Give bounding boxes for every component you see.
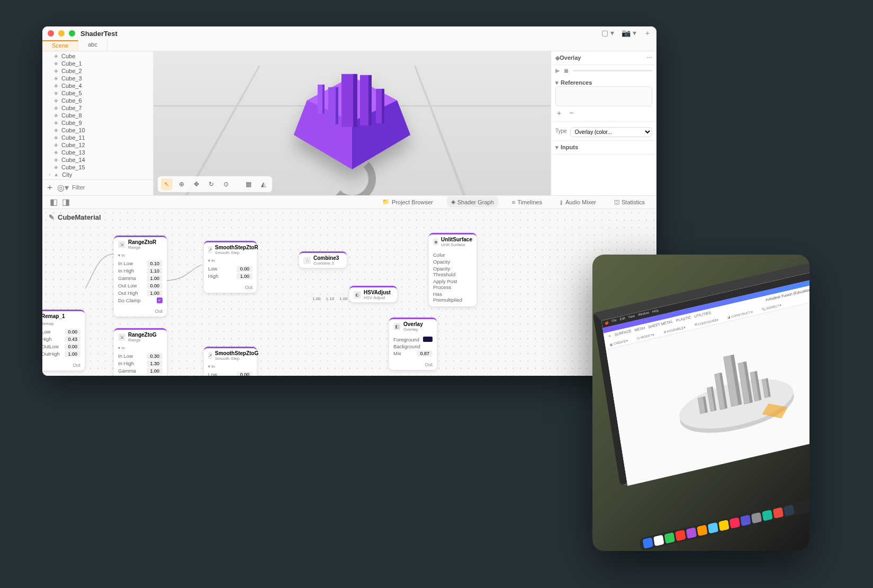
vr-icon[interactable]: ▢ ▾ <box>601 29 614 38</box>
svg-rect-0 <box>341 74 353 126</box>
app-window: ShaderTest ▢ ▾ 📷 ▾ ＋ Scene abc ◈Cube ◈Cu… <box>42 26 656 376</box>
stop-icon[interactable]: ◼ <box>564 67 569 74</box>
add-button[interactable]: ＋ <box>46 182 54 193</box>
scene-icon: ▲ <box>53 171 59 177</box>
cube-icon: ◈ <box>54 90 58 96</box>
tree-item: ◈Cube_10 <box>42 126 153 134</box>
inspector-title: Overlay <box>560 55 581 61</box>
tree-item: ◈Cube_6 <box>42 97 153 104</box>
chevron-down-icon[interactable]: ▾ <box>555 79 559 86</box>
type-select[interactable]: Overlay (color... <box>570 127 652 137</box>
svg-rect-6 <box>318 84 322 113</box>
timeline-scrub[interactable] <box>573 70 652 71</box>
cube-icon: ◈ <box>54 97 58 103</box>
tree-item: ◈Cube_7 <box>42 104 153 112</box>
tree-item: ◈Cube_13 <box>42 149 153 156</box>
cube-icon: ◈ <box>54 134 58 140</box>
tree-list[interactable]: ◈Cube ◈Cube_1 ◈Cube_2 ◈Cube_3 ◈Cube_4 ◈C… <box>42 51 153 179</box>
macos-dock <box>639 495 809 551</box>
panel-audio-mixer[interactable]: ⫿Audio Mixer <box>556 197 600 207</box>
svg-rect-9 <box>382 88 384 123</box>
env-icon[interactable]: ◭ <box>257 178 269 190</box>
bottom-panel-tabs: ◧ ◨ 📁Project Browser ◈Shader Graph ≡Time… <box>42 195 656 209</box>
cube-icon: ◈ <box>54 68 58 74</box>
tree-item: ◈Cube_3 <box>42 75 153 82</box>
titlebar: ShaderTest ▢ ▾ 📷 ▾ ＋ <box>42 26 656 40</box>
step-icon: ↗ <box>208 246 212 254</box>
laptop: 🍎 FileEditViewWindowHelp ✦ SURFACEMESHSH… <box>592 255 809 551</box>
cube-icon: ◈ <box>54 157 58 162</box>
chevron-right-icon[interactable]: › <box>49 171 50 177</box>
svg-rect-2 <box>328 87 336 124</box>
inspector-panel: ◈ Overlay ⋯ ▶ ◼ ▾ References ＋ − Type <box>551 51 656 195</box>
node-unlit-surface[interactable]: ◆UnlitSurfaceUnlit Surface Color Opacity… <box>429 233 476 306</box>
panel-timelines[interactable]: ≡Timelines <box>508 197 546 207</box>
hsv-icon: ◐ <box>354 291 361 298</box>
node-smoothstep-g[interactable]: ↗SmoothStepZtoGSmooth Step ▾ In Low0.00 … <box>204 347 257 376</box>
tree-item: ◈Cube_2 <box>42 67 153 75</box>
close-icon[interactable] <box>48 30 54 37</box>
scale-icon[interactable]: ⊙ <box>220 178 232 190</box>
svg-rect-8 <box>376 88 382 123</box>
add-ref-button[interactable]: ＋ <box>555 108 565 117</box>
step-icon: ↗ <box>208 352 212 359</box>
document-tabs: Scene abc <box>42 40 656 51</box>
node-hsv-adjust[interactable]: ◐HSVAdjustHSV Adjust <box>349 286 397 302</box>
camera-icon[interactable]: 📷 ▾ <box>622 29 636 38</box>
node-range-g[interactable]: ⇲RangeZtoGRange ▾ In In Low0.30 In High1… <box>114 328 167 376</box>
combine-icon: ⑃ <box>303 257 311 264</box>
surface-icon: ◆ <box>433 238 438 246</box>
shader-graph-canvas[interactable]: ✎ CubeMaterial 1.00 1.18 1.00 1.00 Remap… <box>42 209 656 376</box>
tree-item: ◈Cube_15 <box>42 164 153 171</box>
chevron-down-icon[interactable]: ▾ <box>555 144 559 151</box>
viewport-3d[interactable]: ↖ ⊕ ✥ ↻ ⊙ ▦ ◭ <box>154 51 551 195</box>
cube-icon: ◈ <box>54 127 58 133</box>
filter-icon[interactable]: ◎▾ <box>57 183 69 193</box>
svg-rect-4 <box>360 75 368 125</box>
node-icon: ◈ <box>555 55 560 61</box>
node-overlay[interactable]: ◧OverlayOverlay Foreground Background Mi… <box>389 318 437 370</box>
move-icon[interactable]: ✥ <box>191 178 202 190</box>
minimize-icon[interactable] <box>58 30 65 37</box>
target-icon[interactable]: ⊕ <box>176 178 187 190</box>
zoom-icon[interactable] <box>69 30 75 37</box>
snap-icon[interactable]: ▦ <box>242 178 254 190</box>
panel-right-icon[interactable]: ◨ <box>62 197 70 207</box>
timeline-icon: ≡ <box>512 199 515 205</box>
tree-item: ◈Cube <box>42 52 153 60</box>
color-swatch[interactable] <box>423 337 433 342</box>
play-icon[interactable]: ▶ <box>555 67 560 74</box>
cube-icon: ◈ <box>54 164 58 170</box>
panel-project-browser[interactable]: 📁Project Browser <box>378 196 437 207</box>
cube-icon: ◈ <box>54 149 58 155</box>
node-combine3[interactable]: ⑃Combine3Combine 3 <box>299 251 347 268</box>
rotate-icon[interactable]: ↻ <box>205 178 217 190</box>
viewport-toolbar: ↖ ⊕ ✥ ↻ ⊙ ▦ ◭ <box>158 176 272 192</box>
remove-ref-button[interactable]: − <box>569 108 575 117</box>
add-icon[interactable]: ＋ <box>644 29 651 38</box>
tree-item: ◈Cube_14 <box>42 156 153 164</box>
filter-input[interactable] <box>72 184 150 191</box>
node-remap[interactable]: Remap_1 Remap Low0.00 High0.43 OutLow0.0… <box>42 310 85 370</box>
panel-statistics[interactable]: ◫Statistics <box>610 196 649 207</box>
panel-left-icon[interactable]: ◧ <box>50 197 58 207</box>
cursor-icon[interactable]: ↖ <box>161 178 173 190</box>
mixer-icon: ⫿ <box>560 199 563 205</box>
scene-hierarchy: ◈Cube ◈Cube_1 ◈Cube_2 ◈Cube_3 ◈Cube_4 ◈C… <box>42 51 154 195</box>
type-label: Type <box>555 128 567 134</box>
cube-icon: ◈ <box>54 105 58 111</box>
section-label: Inputs <box>561 144 578 150</box>
node-smoothstep-r[interactable]: ↗SmoothStepZtoRSmooth Step ▾ In Low0.00 … <box>204 241 257 293</box>
panel-shader-graph[interactable]: ◈Shader Graph <box>447 196 498 207</box>
more-icon[interactable]: ⋯ <box>646 55 652 61</box>
tab-scene[interactable]: Scene <box>42 40 78 51</box>
window-title: ShaderTest <box>80 30 118 38</box>
stats-icon: ◫ <box>614 198 619 205</box>
laptop-screen: 🍎 FileEditViewWindowHelp ✦ SURFACEMESHSH… <box>593 258 809 486</box>
node-range-r[interactable]: ⇲RangeZtoRRange ▾ In In Low0.10 In High1… <box>114 236 167 316</box>
references-well[interactable] <box>555 86 652 106</box>
tab-abc[interactable]: abc <box>78 40 107 51</box>
checkbox[interactable]: ✓ <box>157 297 163 303</box>
material-title: ✎ CubeMaterial <box>49 213 101 221</box>
photo-card: 🍎 FileEditViewWindowHelp ✦ SURFACEMESHSH… <box>592 255 809 551</box>
